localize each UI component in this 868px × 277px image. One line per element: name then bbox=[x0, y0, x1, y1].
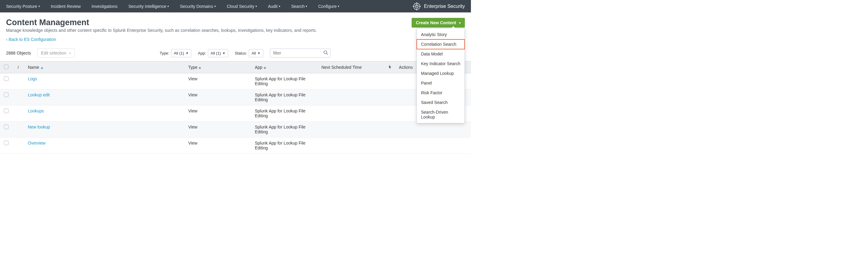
row-scheduled bbox=[318, 138, 384, 154]
row-scheduled bbox=[318, 106, 384, 121]
edit-selection-label: Edit selection bbox=[41, 51, 66, 55]
app-header-label: App bbox=[255, 65, 262, 70]
row-app: Splunk App for Lookup File Editing bbox=[251, 73, 318, 89]
select-all-header[interactable] bbox=[0, 61, 12, 73]
caret-down-icon: ▾ bbox=[38, 4, 40, 8]
svg-line-7 bbox=[327, 54, 328, 55]
dropdown-item[interactable]: Correlation Search bbox=[417, 39, 465, 49]
table-row: New lookup View Splunk App for Lookup Fi… bbox=[0, 121, 471, 138]
type-filter-value: All (1) bbox=[174, 51, 184, 55]
create-content-dropdown: Analytic StoryCorrelation SearchData Mod… bbox=[416, 28, 465, 123]
dropdown-item[interactable]: Data Model bbox=[417, 49, 465, 59]
sort-asc-icon: ▲ bbox=[40, 66, 43, 70]
status-filter-value: All bbox=[251, 51, 256, 55]
name-header[interactable]: Name▲ bbox=[24, 61, 185, 73]
nav-item[interactable]: Audit▾ bbox=[262, 0, 286, 12]
toolbar: 2888 Objects Edit selection ▾ Type: All … bbox=[0, 42, 471, 61]
table-row: Lookup edit View Splunk App for Lookup F… bbox=[0, 89, 471, 106]
edit-selection-button[interactable]: Edit selection ▾ bbox=[37, 49, 75, 58]
row-name-link[interactable]: Lookups bbox=[28, 109, 44, 113]
row-checkbox[interactable] bbox=[4, 109, 8, 113]
row-checkbox[interactable] bbox=[4, 141, 8, 145]
row-scheduled bbox=[318, 73, 384, 89]
caret-down-icon: ▼ bbox=[186, 52, 189, 55]
status-filter-select[interactable]: All ▼ bbox=[249, 49, 263, 57]
brand-label: Enterprise Security bbox=[424, 4, 465, 9]
caret-down-icon: ▼ bbox=[257, 52, 260, 55]
svg-point-6 bbox=[324, 51, 327, 54]
row-actions bbox=[395, 138, 471, 154]
scheduled-header[interactable]: Next Scheduled Time bbox=[318, 61, 384, 73]
row-checkbox[interactable] bbox=[4, 92, 8, 97]
app-header[interactable]: App◆ bbox=[251, 61, 318, 73]
nav-item[interactable]: Incident Review bbox=[45, 0, 86, 12]
nav-item[interactable]: Investigations bbox=[86, 0, 123, 12]
type-filter-select[interactable]: All (1) ▼ bbox=[171, 49, 191, 57]
sort-icon: ◆ bbox=[264, 66, 266, 70]
lightning-icon bbox=[388, 65, 392, 69]
info-header: i bbox=[12, 61, 24, 73]
back-link-label: Back to ES Configuration bbox=[9, 37, 56, 42]
type-header-label: Type bbox=[188, 65, 197, 70]
row-type: View bbox=[185, 73, 251, 89]
search-icon[interactable] bbox=[323, 50, 328, 56]
nav-left: Security Posture▾Incident ReviewInvestig… bbox=[6, 0, 345, 12]
bolt-header[interactable] bbox=[384, 61, 395, 73]
dropdown-item[interactable]: Managed Lookup bbox=[417, 68, 465, 78]
caret-down-icon: ▾ bbox=[214, 4, 216, 8]
row-scheduled bbox=[318, 89, 384, 106]
row-actions bbox=[395, 121, 471, 138]
dropdown-item[interactable]: Analytic Story bbox=[417, 30, 465, 39]
row-type: View bbox=[185, 106, 251, 121]
caret-down-icon: ▾ bbox=[255, 4, 257, 8]
dropdown-item[interactable]: Panel bbox=[417, 78, 465, 88]
back-link[interactable]: ‹ Back to ES Configuration bbox=[6, 37, 56, 42]
row-checkbox[interactable] bbox=[4, 124, 8, 129]
page-title: Content Management bbox=[6, 18, 465, 27]
caret-down-icon: ▾ bbox=[167, 4, 169, 8]
app-filter-select[interactable]: All (1) ▼ bbox=[208, 49, 228, 57]
nav-item[interactable]: Search▾ bbox=[286, 0, 313, 12]
checkbox-icon[interactable] bbox=[4, 64, 8, 69]
top-nav: Security Posture▾Incident ReviewInvestig… bbox=[0, 0, 471, 12]
row-app: Splunk App for Lookup File Editing bbox=[251, 138, 318, 154]
table-row: Overview View Splunk App for Lookup File… bbox=[0, 138, 471, 154]
nav-brand[interactable]: Enterprise Security bbox=[412, 2, 465, 10]
row-name-link[interactable]: Lookup edit bbox=[28, 92, 50, 97]
row-name-link[interactable]: New lookup bbox=[28, 124, 50, 130]
nav-item[interactable]: Configure▾ bbox=[313, 0, 345, 12]
shield-target-icon bbox=[412, 2, 421, 10]
type-filter: Type: All (1) ▼ bbox=[159, 49, 191, 57]
row-name-link[interactable]: Overview bbox=[28, 141, 45, 145]
nav-item[interactable]: Security Domains▾ bbox=[174, 0, 221, 12]
filter-input[interactable] bbox=[270, 49, 331, 58]
row-app: Splunk App for Lookup File Editing bbox=[251, 89, 318, 106]
row-checkbox[interactable] bbox=[4, 76, 8, 81]
table-row: Lookups View Splunk App for Lookup File … bbox=[0, 106, 471, 121]
caret-down-icon: ▾ bbox=[306, 4, 307, 8]
row-type: View bbox=[185, 138, 251, 154]
dropdown-item[interactable]: Risk Factor bbox=[417, 88, 465, 98]
dropdown-item[interactable]: Key Indicator Search bbox=[417, 59, 465, 68]
dropdown-item[interactable]: Search-Driven Lookup bbox=[417, 107, 465, 122]
app-filter-label: App: bbox=[198, 51, 206, 55]
nav-item[interactable]: Cloud Security▾ bbox=[221, 0, 262, 12]
content-table: i Name▲ Type◆ App◆ Next Scheduled Time A… bbox=[0, 61, 471, 154]
row-scheduled bbox=[318, 121, 384, 138]
scheduled-header-label: Next Scheduled Time bbox=[321, 65, 362, 70]
type-filter-label: Type: bbox=[159, 51, 169, 55]
type-header[interactable]: Type◆ bbox=[185, 61, 251, 73]
nav-item[interactable]: Security Posture▾ bbox=[6, 0, 45, 12]
row-name-link[interactable]: Logs bbox=[28, 76, 37, 81]
create-new-content-button[interactable]: Create New Content ▾ bbox=[412, 18, 465, 28]
sort-icon: ◆ bbox=[198, 66, 201, 70]
caret-down-icon: ▾ bbox=[69, 52, 71, 55]
nav-item[interactable]: Security Intelligence▾ bbox=[123, 0, 174, 12]
page-header: Content Management Manage knowledge obje… bbox=[0, 12, 471, 42]
dropdown-item[interactable]: Saved Search bbox=[417, 98, 465, 107]
caret-down-icon: ▼ bbox=[222, 52, 225, 55]
chevron-left-icon: ‹ bbox=[6, 37, 9, 42]
app-filter: App: All (1) ▼ bbox=[198, 49, 228, 57]
dropdown-arrow-icon bbox=[451, 26, 456, 28]
create-button-label: Create New Content bbox=[416, 20, 456, 25]
